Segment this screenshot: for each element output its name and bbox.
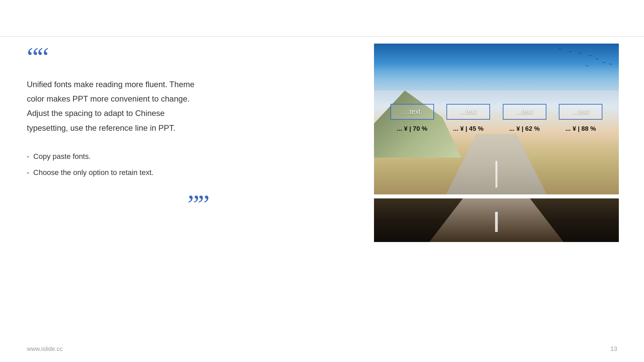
bullet-dash-1: - <box>27 148 29 165</box>
road-line-bottom <box>495 212 498 232</box>
bullet-text-2: Choose the only option to retain text. <box>33 165 153 181</box>
stat-label-1: ... ¥ | 70 % <box>397 125 427 132</box>
footer: www.islide.cc 13 <box>27 346 617 353</box>
stat-box-2: ...text ... ¥ | 45 % <box>446 104 490 132</box>
stat-label-2: ... ¥ | 45 % <box>453 125 484 132</box>
text-box-1-label: ...text <box>404 108 420 115</box>
text-box-4-label: ...text <box>573 108 589 115</box>
text-box-2-label: ...text <box>460 108 477 115</box>
footer-page-number: 13 <box>610 346 617 353</box>
bird-icon-6: 〜 <box>585 64 589 68</box>
bullet-list: - Copy paste fonts. - Choose the only op… <box>27 148 208 181</box>
stat-label-4: ... ¥ | 88 % <box>566 125 596 132</box>
footer-url: www.islide.cc <box>27 346 63 353</box>
main-body-text: Unified fonts make reading more fluent. … <box>27 77 208 135</box>
stat-label-3: ... ¥ | 62 % <box>509 125 540 132</box>
text-box-2: ...text <box>446 104 490 120</box>
text-box-1: ...text <box>390 104 434 120</box>
stat-box-1: ...text ... ¥ | 70 % <box>390 104 434 132</box>
road-center-line <box>495 161 497 188</box>
image-container: 〜 〜 〜 〜 〜 〜 〜 〜 ...text ... ¥ | 70 % <box>374 44 619 242</box>
bird-icon-3: 〜 <box>595 57 599 62</box>
bullet-item-1: - Copy paste fonts. <box>27 148 208 165</box>
left-panel: ““ Unified fonts make reading more fluen… <box>27 44 208 218</box>
dark-bottom-image <box>374 198 619 242</box>
bullet-dash-2: - <box>27 165 29 181</box>
open-quote-icon: ““ <box>27 44 208 70</box>
clouds <box>374 64 619 90</box>
bird-icon-4: 〜 <box>569 50 572 54</box>
text-box-3: ...text <box>503 104 546 120</box>
close-quote-icon: ”” <box>27 191 208 218</box>
stat-box-4: ...text ... ¥ | 88 % <box>559 104 602 132</box>
text-box-4: ...text <box>559 104 602 120</box>
bird-icon-2: 〜 <box>579 51 582 56</box>
text-box-3-label: ...text <box>516 108 533 115</box>
bird-icon-1: 〜 <box>589 54 592 58</box>
bullet-text-1: Copy paste fonts. <box>33 148 91 165</box>
bird-icon-5: 〜 <box>602 60 605 65</box>
bird-icon-8: 〜 <box>558 47 562 52</box>
bullet-item-2: - Choose the only option to retain text. <box>27 165 208 181</box>
sky-image: 〜 〜 〜 〜 〜 〜 〜 〜 <box>374 44 619 90</box>
bird-icon-7: 〜 <box>609 62 612 67</box>
stat-box-3: ...text ... ¥ | 62 % <box>503 104 546 132</box>
right-image-panel: 〜 〜 〜 〜 〜 〜 〜 〜 ...text ... ¥ | 70 % <box>374 44 619 242</box>
top-divider <box>0 36 644 37</box>
stat-boxes-overlay: ...text ... ¥ | 70 % ...text ... ¥ | 45 … <box>374 104 619 132</box>
